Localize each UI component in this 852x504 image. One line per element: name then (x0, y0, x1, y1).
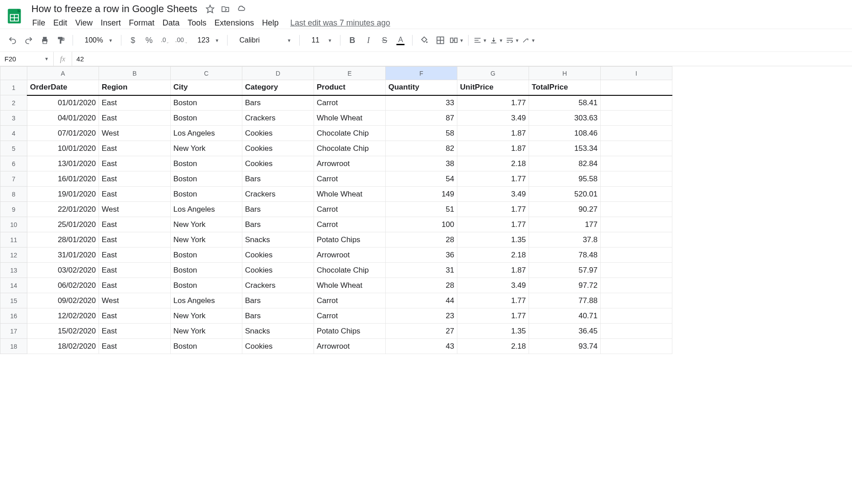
cell-D16[interactable]: Bars (242, 308, 314, 324)
text-color-button[interactable]: A (393, 33, 408, 47)
cell-C6[interactable]: Boston (171, 156, 242, 171)
cell-D8[interactable]: Crackers (242, 187, 314, 202)
cell-G18[interactable]: 2.18 (457, 339, 529, 354)
cell-B13[interactable]: East (99, 263, 171, 278)
menu-insert[interactable]: Insert (97, 17, 125, 30)
cell-A6[interactable]: 13/01/2020 (27, 156, 99, 171)
cell-B14[interactable]: East (99, 278, 171, 293)
cell-G7[interactable]: 1.77 (457, 171, 529, 187)
cell-E2[interactable]: Carrot (314, 95, 386, 111)
cell-F11[interactable]: 28 (386, 232, 457, 248)
menu-tools[interactable]: Tools (184, 17, 210, 30)
cell-I4[interactable] (601, 126, 672, 141)
cell-H6[interactable]: 82.84 (529, 156, 601, 171)
cell-B15[interactable]: West (99, 293, 171, 308)
cell-D18[interactable]: Cookies (242, 339, 314, 354)
row-header-17[interactable]: 17 (0, 324, 27, 339)
menu-extensions[interactable]: Extensions (211, 17, 258, 30)
cell-E18[interactable]: Arrowroot (314, 339, 386, 354)
column-header-A[interactable]: A (27, 67, 99, 80)
cell-F13[interactable]: 31 (386, 263, 457, 278)
cell-G3[interactable]: 3.49 (457, 111, 529, 126)
move-icon[interactable] (221, 4, 230, 13)
cell-D14[interactable]: Crackers (242, 278, 314, 293)
cell-A11[interactable]: 28/01/2020 (27, 232, 99, 248)
cell-G10[interactable]: 1.77 (457, 217, 529, 232)
cell-D17[interactable]: Snacks (242, 324, 314, 339)
cell-D3[interactable]: Crackers (242, 111, 314, 126)
cell-C8[interactable]: Boston (171, 187, 242, 202)
font-family-dropdown[interactable]: Calibri ▼ (232, 36, 295, 44)
cell-G15[interactable]: 1.77 (457, 293, 529, 308)
cell-B3[interactable]: East (99, 111, 171, 126)
cell-C9[interactable]: Los Angeles (171, 202, 242, 217)
cell-D11[interactable]: Snacks (242, 232, 314, 248)
cell-H7[interactable]: 95.58 (529, 171, 601, 187)
column-header-D[interactable]: D (242, 67, 314, 80)
cell-F17[interactable]: 27 (386, 324, 457, 339)
cell-B10[interactable]: East (99, 217, 171, 232)
cell-G4[interactable]: 1.87 (457, 126, 529, 141)
cell-A3[interactable]: 04/01/2020 (27, 111, 99, 126)
column-header-E[interactable]: E (314, 67, 386, 80)
cell-C11[interactable]: New York (171, 232, 242, 248)
cell-F2[interactable]: 33 (386, 95, 457, 111)
cell-C18[interactable]: Boston (171, 339, 242, 354)
cell-F12[interactable]: 36 (386, 248, 457, 263)
cell-C15[interactable]: Los Angeles (171, 293, 242, 308)
cell-C1[interactable]: City (171, 80, 242, 95)
cell-G5[interactable]: 1.87 (457, 141, 529, 156)
cell-F3[interactable]: 87 (386, 111, 457, 126)
cell-E1[interactable]: Product (314, 80, 386, 95)
row-header-11[interactable]: 11 (0, 232, 27, 248)
cell-F8[interactable]: 149 (386, 187, 457, 202)
cell-E12[interactable]: Arrowroot (314, 248, 386, 263)
name-box[interactable]: F20 ▼ (0, 52, 54, 66)
cell-A16[interactable]: 12/02/2020 (27, 308, 99, 324)
row-header-3[interactable]: 3 (0, 111, 27, 126)
cell-D13[interactable]: Cookies (242, 263, 314, 278)
cell-C5[interactable]: New York (171, 141, 242, 156)
cell-G13[interactable]: 1.87 (457, 263, 529, 278)
text-wrap-button[interactable]: ▼ (505, 33, 520, 47)
zoom-dropdown[interactable]: 100% ▼ (77, 36, 116, 44)
row-header-18[interactable]: 18 (0, 339, 27, 354)
cell-I8[interactable] (601, 187, 672, 202)
cell-B17[interactable]: East (99, 324, 171, 339)
select-all-corner[interactable] (0, 67, 27, 80)
cell-F1[interactable]: Quantity (386, 80, 457, 95)
decrease-decimal-button[interactable]: .0← (158, 33, 172, 47)
cell-I7[interactable] (601, 171, 672, 187)
cell-G17[interactable]: 1.35 (457, 324, 529, 339)
cell-F7[interactable]: 54 (386, 171, 457, 187)
row-header-1[interactable]: 1 (0, 80, 27, 95)
cell-A14[interactable]: 06/02/2020 (27, 278, 99, 293)
cell-D9[interactable]: Bars (242, 202, 314, 217)
cell-I10[interactable] (601, 217, 672, 232)
cell-H17[interactable]: 36.45 (529, 324, 601, 339)
row-header-13[interactable]: 13 (0, 263, 27, 278)
cell-G9[interactable]: 1.77 (457, 202, 529, 217)
cell-H15[interactable]: 77.88 (529, 293, 601, 308)
cell-E6[interactable]: Arrowroot (314, 156, 386, 171)
strikethrough-button[interactable]: S (377, 33, 392, 47)
cell-G14[interactable]: 3.49 (457, 278, 529, 293)
cell-A9[interactable]: 22/01/2020 (27, 202, 99, 217)
cell-D12[interactable]: Cookies (242, 248, 314, 263)
cell-E15[interactable]: Carrot (314, 293, 386, 308)
cell-G1[interactable]: UnitPrice (457, 80, 529, 95)
cell-H5[interactable]: 153.34 (529, 141, 601, 156)
cell-B9[interactable]: West (99, 202, 171, 217)
cell-I3[interactable] (601, 111, 672, 126)
cell-H3[interactable]: 303.63 (529, 111, 601, 126)
cell-E11[interactable]: Potato Chips (314, 232, 386, 248)
menu-data[interactable]: Data (159, 17, 183, 30)
cell-F9[interactable]: 51 (386, 202, 457, 217)
cell-B7[interactable]: East (99, 171, 171, 187)
cell-I18[interactable] (601, 339, 672, 354)
cell-E9[interactable]: Carrot (314, 202, 386, 217)
row-header-2[interactable]: 2 (0, 95, 27, 111)
cell-E7[interactable]: Carrot (314, 171, 386, 187)
cell-I16[interactable] (601, 308, 672, 324)
cell-A7[interactable]: 16/01/2020 (27, 171, 99, 187)
